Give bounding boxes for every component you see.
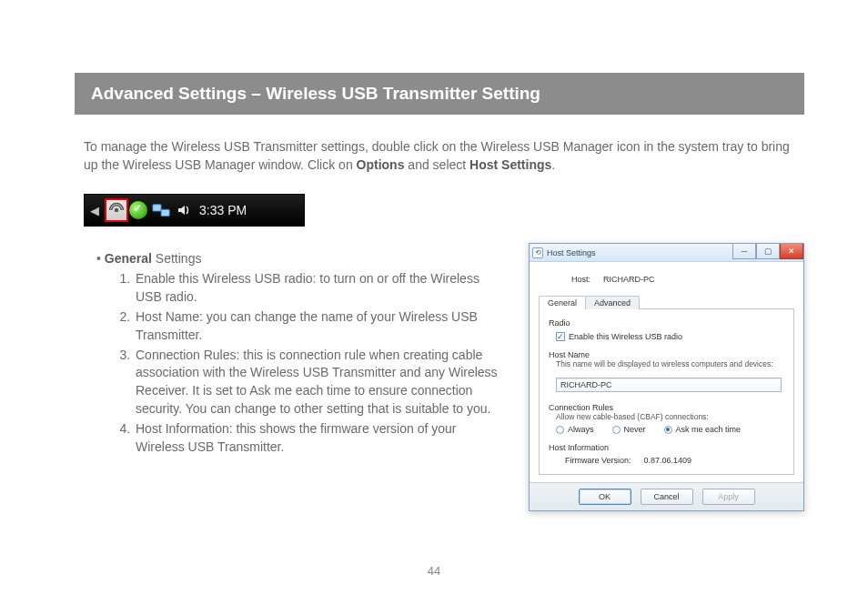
ok-button[interactable]: OK xyxy=(579,489,631,505)
network-icon xyxy=(152,202,172,218)
section-header: Advanced Settings – Wireless USB Transmi… xyxy=(75,73,804,115)
intro-text-post: . xyxy=(551,157,555,172)
dialog-app-icon: ⟲ xyxy=(532,247,543,258)
general-rest: Settings xyxy=(152,251,201,266)
enable-radio-checkbox[interactable]: Enable this Wireless USB radio xyxy=(556,332,784,341)
settings-description: General Settings Enable this Wireless US… xyxy=(84,250,507,511)
firmware-row: Firmware Version: 0.87.06.1409 xyxy=(565,456,784,465)
hostname-description: This name will be displayed to wireless … xyxy=(556,359,784,368)
svg-rect-2 xyxy=(161,209,169,216)
volume-icon xyxy=(177,203,191,217)
checkbox-icon xyxy=(556,332,565,341)
close-button[interactable]: ✕ xyxy=(780,244,803,259)
general-settings-heading: General Settings xyxy=(96,250,507,268)
group-hostinfo-title: Host Information xyxy=(549,443,784,452)
tab-strip: General Advanced xyxy=(539,295,794,309)
dialog-titlebar: ⟲ Host Settings ─ ▢ ✕ xyxy=(530,244,803,262)
intro-text-mid: and select xyxy=(404,157,469,172)
dialog-footer: OK Cancel Apply xyxy=(530,482,803,510)
general-bold: General xyxy=(105,251,152,266)
host-value: RICHARD-PC xyxy=(603,275,655,284)
svg-rect-1 xyxy=(153,205,161,211)
tab-panel-general: Radio Enable this Wireless USB radio Hos… xyxy=(539,309,794,475)
section-title: Advanced Settings – Wireless USB Transmi… xyxy=(91,84,540,103)
intro-paragraph: To manage the Wireless USB Transmitter s… xyxy=(84,138,804,174)
radio-icon xyxy=(612,426,621,434)
radio-never[interactable]: Never xyxy=(612,425,646,434)
general-settings-list: Enable this Wireless USB radio: to turn … xyxy=(134,270,507,457)
host-settings-dialog: ⟲ Host Settings ─ ▢ ✕ Host: RICHARD-PC G… xyxy=(529,243,804,511)
minimize-button[interactable]: ─ xyxy=(732,244,756,259)
connection-rules-radios: Always Never Ask me each time xyxy=(556,425,784,434)
status-ok-icon xyxy=(129,201,147,219)
list-item: Enable this Wireless USB radio: to turn … xyxy=(134,270,507,307)
list-item: Connection Rules: this is connection rul… xyxy=(134,347,507,419)
tab-general[interactable]: General xyxy=(539,296,586,309)
page-number: 44 xyxy=(0,564,868,578)
radio-icon xyxy=(664,426,672,434)
intro-bold-hostsettings: Host Settings xyxy=(469,157,551,172)
apply-button[interactable]: Apply xyxy=(702,489,755,505)
radio-ask-label: Ask me each time xyxy=(676,425,742,434)
system-tray-time: 3:33 PM xyxy=(199,203,247,217)
maximize-button[interactable]: ▢ xyxy=(756,244,780,259)
host-label: Host: xyxy=(571,275,590,284)
dialog-title-text: Host Settings xyxy=(547,248,596,257)
enable-radio-label: Enable this Wireless USB radio xyxy=(569,332,682,341)
list-item: Host Information: this shows the firmwar… xyxy=(134,420,507,457)
radio-ask[interactable]: Ask me each time xyxy=(664,425,742,434)
radio-icon xyxy=(556,426,564,434)
radio-always-label: Always xyxy=(568,425,594,434)
wireless-usb-manager-icon xyxy=(105,198,128,222)
group-rules-title: Connection Rules xyxy=(549,403,784,412)
rules-description: Allow new cable-based (CBAF) connections… xyxy=(556,412,784,421)
tray-expand-icon: ◀ xyxy=(89,204,100,217)
hostname-input[interactable]: RICHARD-PC xyxy=(556,378,782,392)
list-item: Host Name: you can change the name of yo… xyxy=(134,308,507,345)
host-row: Host: RICHARD-PC xyxy=(571,275,794,284)
cancel-button[interactable]: Cancel xyxy=(641,489,693,505)
group-radio-title: Radio xyxy=(549,318,784,328)
svg-point-0 xyxy=(115,208,119,213)
radio-never-label: Never xyxy=(624,425,646,434)
group-hostname-title: Host Name xyxy=(549,350,784,359)
firmware-label: Firmware Version: xyxy=(565,456,631,465)
firmware-value: 0.87.06.1409 xyxy=(644,456,692,465)
intro-bold-options: Options xyxy=(357,157,405,172)
tab-advanced[interactable]: Advanced xyxy=(585,296,640,309)
radio-always[interactable]: Always xyxy=(556,425,594,434)
system-tray-screenshot: ◀ 3:33 PM xyxy=(84,194,305,227)
